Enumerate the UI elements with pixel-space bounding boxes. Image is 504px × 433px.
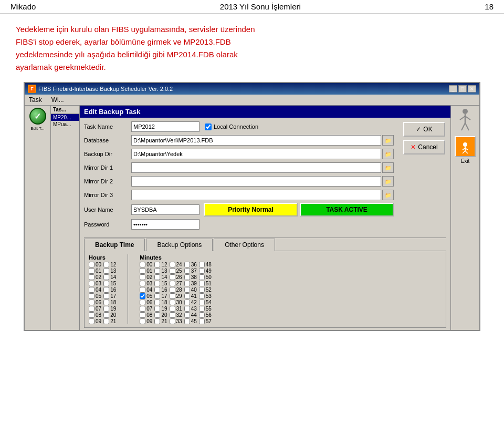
min-17-checkbox[interactable] <box>154 293 160 299</box>
min-56-checkbox[interactable] <box>199 312 205 318</box>
local-connection-checkbox[interactable] <box>205 123 212 130</box>
backup-dir-browse-button[interactable]: 📁 <box>382 149 394 159</box>
min-21-checkbox[interactable] <box>154 318 160 324</box>
min-28-checkbox[interactable] <box>170 287 175 293</box>
min-24-checkbox[interactable] <box>170 262 175 267</box>
min-26-checkbox[interactable] <box>170 274 175 280</box>
menu-task[interactable]: Task <box>27 96 44 104</box>
maximize-button[interactable]: □ <box>458 85 467 92</box>
min-57-checkbox[interactable] <box>199 318 205 324</box>
min-38-checkbox[interactable] <box>184 274 190 280</box>
hour-05-checkbox[interactable] <box>89 293 94 299</box>
hour-18-checkbox[interactable] <box>103 300 109 305</box>
min-43-checkbox[interactable] <box>184 306 190 312</box>
hour-02-checkbox[interactable] <box>89 274 94 280</box>
hour-20-checkbox[interactable] <box>103 312 109 318</box>
password-input[interactable] <box>131 219 200 230</box>
task-list-item-mp20[interactable]: MP20... <box>51 114 79 121</box>
min-14-checkbox[interactable] <box>154 274 160 280</box>
min-39-checkbox[interactable] <box>184 281 190 286</box>
tab-other-options[interactable]: Other Options <box>214 239 275 251</box>
min-02-checkbox[interactable] <box>140 274 145 280</box>
min-48-checkbox[interactable] <box>199 262 205 267</box>
min-05-checkbox[interactable] <box>140 293 145 299</box>
database-browse-button[interactable]: 📁 <box>382 135 394 146</box>
min-45-checkbox[interactable] <box>184 318 190 324</box>
backup-dir-input[interactable] <box>131 149 381 159</box>
min-08-checkbox[interactable] <box>140 312 145 318</box>
hour-16-checkbox[interactable] <box>103 287 109 293</box>
min-40-checkbox[interactable] <box>184 287 190 293</box>
mirror-dir2-browse-button[interactable]: 📁 <box>382 176 394 187</box>
hour-15-checkbox[interactable] <box>103 281 109 286</box>
min-20-checkbox[interactable] <box>154 312 160 318</box>
min-13-checkbox[interactable] <box>154 268 160 274</box>
min-09-checkbox[interactable] <box>140 318 145 324</box>
priority-button[interactable]: Priority Normal <box>204 203 298 217</box>
min-54-checkbox[interactable] <box>199 300 205 305</box>
hour-08-checkbox[interactable] <box>89 312 94 318</box>
min-18-checkbox[interactable] <box>154 300 160 305</box>
mirror-dir1-browse-button[interactable]: 📁 <box>382 162 394 173</box>
min-32-checkbox[interactable] <box>170 312 175 318</box>
cancel-button[interactable]: ✕ Cancel <box>403 140 445 154</box>
min-44-checkbox[interactable] <box>184 312 190 318</box>
database-input[interactable] <box>131 135 381 146</box>
min-37-checkbox[interactable] <box>184 268 190 274</box>
hour-21-checkbox[interactable] <box>103 318 109 324</box>
ok-button[interactable]: ✓ OK <box>403 122 445 137</box>
exit-button[interactable] <box>455 136 476 157</box>
min-53-checkbox[interactable] <box>199 293 205 299</box>
min-04-checkbox[interactable] <box>140 287 145 293</box>
min-06-checkbox[interactable] <box>140 300 145 305</box>
min-33-checkbox[interactable] <box>170 318 175 324</box>
tab-backup-options[interactable]: Backup Options <box>146 239 213 251</box>
min-12-checkbox[interactable] <box>154 262 160 267</box>
hour-06-checkbox[interactable] <box>89 300 94 305</box>
hour-17-checkbox[interactable] <box>103 293 109 299</box>
min-15-checkbox[interactable] <box>154 281 160 286</box>
task-list-item-mpua[interactable]: MPua... <box>51 121 79 128</box>
min-16-checkbox[interactable] <box>154 287 160 293</box>
min-27-checkbox[interactable] <box>170 281 175 286</box>
min-50-checkbox[interactable] <box>199 274 205 280</box>
min-41-checkbox[interactable] <box>184 293 190 299</box>
hour-09-checkbox[interactable] <box>89 318 94 324</box>
min-29-checkbox[interactable] <box>170 293 175 299</box>
min-19-checkbox[interactable] <box>154 306 160 312</box>
hour-14-checkbox[interactable] <box>103 274 109 280</box>
local-connection-label[interactable]: Local Connection <box>205 123 258 130</box>
min-01-checkbox[interactable] <box>140 268 145 274</box>
min-00-checkbox[interactable] <box>140 262 145 267</box>
hour-04-checkbox[interactable] <box>89 287 94 293</box>
tab-backup-time[interactable]: Backup Time <box>84 239 145 251</box>
user-name-input[interactable] <box>131 204 200 215</box>
min-07-checkbox[interactable] <box>140 306 145 312</box>
mirror-dir1-input[interactable] <box>131 162 381 173</box>
min-42-checkbox[interactable] <box>184 300 190 305</box>
task-active-button[interactable]: TASK ACTIVE <box>300 203 394 217</box>
min-51-checkbox[interactable] <box>199 281 205 286</box>
hour-03-checkbox[interactable] <box>89 281 94 286</box>
min-52-checkbox[interactable] <box>199 287 205 293</box>
min-49-checkbox[interactable] <box>199 268 205 274</box>
min-03-checkbox[interactable] <box>140 281 145 286</box>
min-25-checkbox[interactable] <box>170 268 175 274</box>
hour-19-checkbox[interactable] <box>103 306 109 312</box>
min-30-checkbox[interactable] <box>170 300 175 305</box>
task-name-input[interactable] <box>131 121 200 132</box>
hour-01-checkbox[interactable] <box>89 268 94 274</box>
close-button[interactable]: ✕ <box>468 85 476 92</box>
menu-wi[interactable]: Wi... <box>49 96 66 104</box>
mirror-dir2-input[interactable] <box>131 176 381 187</box>
hour-12-checkbox[interactable] <box>103 262 109 267</box>
min-55-checkbox[interactable] <box>199 306 205 312</box>
minimize-button[interactable]: _ <box>449 85 457 92</box>
hour-13-checkbox[interactable] <box>103 268 109 274</box>
mirror-dir3-input[interactable] <box>131 190 381 200</box>
hour-07-checkbox[interactable] <box>89 306 94 312</box>
hour-00-checkbox[interactable] <box>89 262 94 267</box>
mirror-dir3-browse-button[interactable]: 📁 <box>382 190 394 200</box>
min-36-checkbox[interactable] <box>184 262 190 267</box>
sidebar-icon-check[interactable]: ✓ Edit T... <box>26 108 49 131</box>
